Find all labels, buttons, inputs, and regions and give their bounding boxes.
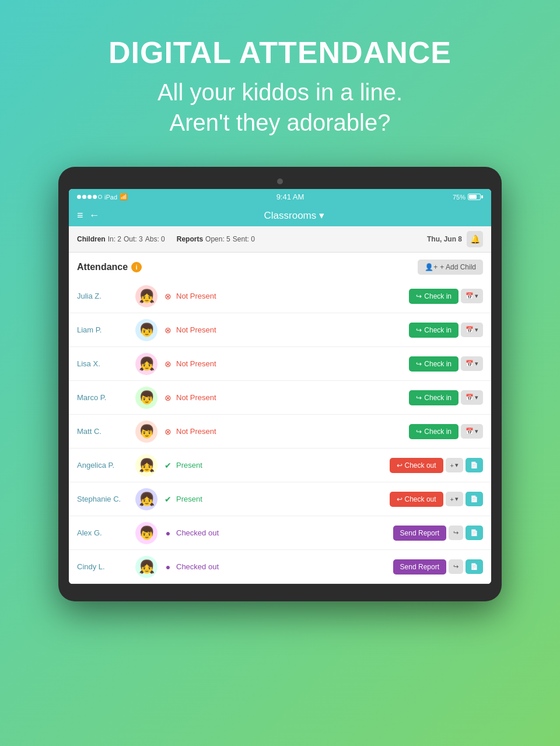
checkin-icon: ↪: [416, 326, 422, 334]
doc-icon: 📄: [470, 495, 478, 503]
check-out-button[interactable]: ↩ Check out: [390, 492, 443, 507]
doc-button[interactable]: 📄: [466, 458, 483, 472]
send-report-button[interactable]: Send Report: [393, 559, 446, 575]
calendar-button[interactable]: 📅 ▾: [461, 356, 483, 371]
student-status: ⊗ Not Present: [163, 393, 403, 402]
send-report-button[interactable]: Send Report: [393, 526, 446, 541]
reports-label: Reports: [177, 235, 203, 243]
attendance-label: Attendance: [77, 262, 128, 272]
dot-5: [98, 195, 102, 199]
check-out-button[interactable]: ↩ Check out: [390, 458, 443, 473]
student-status: ⊗ Not Present: [163, 292, 403, 301]
attendance-header: Attendance i 👤+ + Add Child: [69, 253, 491, 279]
student-status: ⊗ Not Present: [163, 427, 403, 436]
calendar-button[interactable]: 📅 ▾: [461, 323, 483, 337]
student-name: Liam P.: [77, 325, 130, 334]
student-name: Julia Z.: [77, 292, 130, 300]
check-in-button[interactable]: ↪ Check in: [409, 356, 459, 372]
children-in: In: 2: [108, 235, 121, 243]
checkin-label: Check in: [424, 326, 452, 334]
header-subtitle: All your kiddos in a line.Aren't they ad…: [12, 77, 548, 138]
student-name: Angelica P.: [77, 461, 130, 470]
student-name: Alex G.: [77, 528, 130, 537]
dropdown-arrow: ▾: [475, 360, 478, 367]
send-report-label: Send Report: [400, 529, 439, 537]
battery-percent: 75%: [453, 194, 466, 201]
info-bar: Children In: 2 Out: 3 Abs: 0 Reports Ope…: [69, 226, 491, 253]
action-buttons: ↪ Check in 📅 ▾: [409, 390, 483, 405]
ipad-camera: [277, 178, 283, 184]
back-icon[interactable]: ←: [89, 209, 100, 222]
checkin-small-button[interactable]: ↪: [449, 559, 463, 574]
student-name: Matt C.: [77, 427, 130, 436]
reports-sent: Sent: 0: [233, 235, 255, 243]
device-label: iPad: [104, 194, 117, 201]
table-row: Marco P. 👦 ⊗ Not Present ↪ Check in 📅: [69, 381, 491, 415]
status-right: 75%: [453, 194, 483, 201]
doc-button[interactable]: 📄: [466, 559, 483, 574]
dot-3: [88, 195, 92, 199]
table-row: Angelica P. 👧 ✔ Present ↩ Check out +: [69, 449, 491, 482]
calendar-button[interactable]: 📅 ▾: [461, 424, 483, 439]
status-text: Checked out: [176, 528, 219, 537]
avatar: 👧: [135, 353, 158, 375]
date-text: Thu, Jun 8: [427, 235, 462, 243]
checkin-icon: ↪: [416, 360, 422, 368]
checkin-small-icon: ↪: [453, 529, 459, 537]
attendance-info-icon[interactable]: i: [131, 262, 142, 272]
status-text: Not Present: [176, 359, 216, 368]
present-icon: ✔: [163, 461, 173, 470]
add-child-button[interactable]: 👤+ + Add Child: [418, 260, 483, 275]
send-report-label: Send Report: [400, 563, 439, 571]
avatar: 👦: [135, 319, 158, 341]
dot-4: [93, 195, 97, 199]
check-in-button[interactable]: ↪ Check in: [409, 424, 459, 439]
table-row: Matt C. 👦 ⊗ Not Present ↪ Check in 📅: [69, 415, 491, 449]
checkin-small-icon: ↪: [453, 563, 459, 570]
plus-icon: +: [450, 462, 454, 469]
status-time: 9:41 AM: [276, 192, 304, 201]
checkin-small-button[interactable]: ↪: [449, 526, 463, 540]
check-in-button[interactable]: ↪ Check in: [409, 390, 459, 405]
reports-open: Open: 5: [205, 235, 230, 243]
student-name: Marco P.: [77, 393, 130, 402]
status-text: Present: [176, 461, 202, 470]
children-abs: Abs: 0: [145, 235, 165, 243]
checkin-icon: ↪: [416, 394, 422, 402]
plus-dropdown-button[interactable]: + ▾: [446, 492, 463, 506]
checked-out-icon: ●: [163, 528, 173, 538]
doc-button[interactable]: 📄: [466, 492, 483, 506]
plus-icon: +: [450, 496, 454, 503]
avatar: 👧: [135, 488, 158, 510]
menu-icon[interactable]: ≡: [77, 209, 83, 222]
doc-icon: 📄: [470, 563, 478, 570]
calendar-button[interactable]: 📅 ▾: [461, 390, 483, 405]
checkout-icon: ↩: [397, 461, 402, 470]
dropdown-arrow: ▾: [475, 292, 478, 300]
present-icon: ✔: [163, 495, 173, 504]
student-name: Cindy L.: [77, 562, 130, 571]
avatar: 👦: [135, 522, 158, 544]
status-text: Not Present: [176, 427, 216, 436]
bell-button[interactable]: 🔔: [467, 231, 483, 247]
not-present-icon: ⊗: [163, 427, 173, 436]
dot-1: [77, 195, 81, 199]
add-child-label: + Add Child: [440, 263, 476, 271]
calendar-button[interactable]: 📅 ▾: [461, 289, 483, 303]
checkout-icon: ↩: [397, 495, 402, 503]
student-list: Julia Z. 👧 ⊗ Not Present ↪ Check in 📅: [69, 279, 491, 584]
children-info: Children In: 2 Out: 3 Abs: 0: [77, 235, 165, 243]
table-row: Stephanie C. 👧 ✔ Present ↩ Check out +: [69, 482, 491, 516]
dropdown-arrow: ▾: [475, 394, 478, 401]
student-status: ⊗ Not Present: [163, 325, 403, 335]
check-in-button[interactable]: ↪ Check in: [409, 323, 459, 338]
not-present-icon: ⊗: [163, 325, 173, 335]
checkin-icon: ↪: [416, 428, 422, 436]
dot-2: [82, 195, 86, 199]
nav-title[interactable]: Classrooms ▾: [106, 209, 483, 222]
doc-button[interactable]: 📄: [466, 526, 483, 540]
plus-dropdown-button[interactable]: + ▾: [446, 458, 463, 472]
calendar-icon: 📅: [466, 428, 474, 435]
status-text: Not Present: [176, 292, 216, 300]
check-in-button[interactable]: ↪ Check in: [409, 289, 459, 304]
